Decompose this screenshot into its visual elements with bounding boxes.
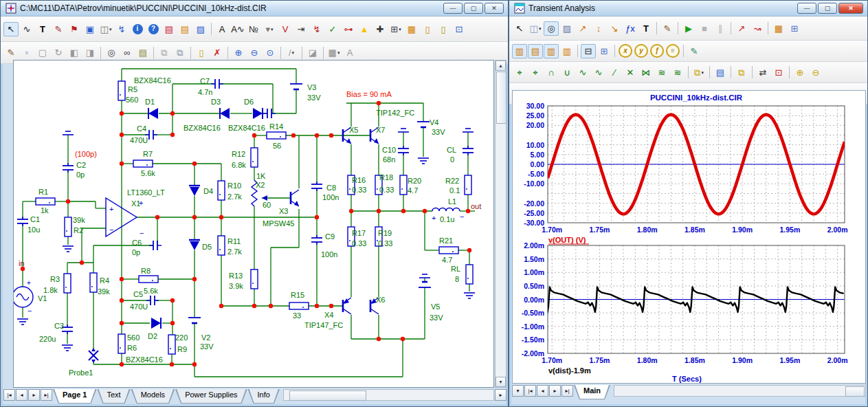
dropdown-arrow-icon[interactable]: ▾ — [337, 50, 340, 55]
text-tool-button[interactable]: T — [35, 22, 50, 36]
tab-power-supplies[interactable]: Power Supplies — [175, 389, 247, 404]
flip-x-button[interactable]: ◧ — [67, 45, 82, 60]
legend-label[interactable]: v(OUT) (V) — [548, 236, 586, 244]
cursor-mode-button[interactable]: ⊞ — [597, 44, 612, 58]
multi-wave-2-button[interactable]: ≋ — [670, 65, 685, 80]
part-rv[interactable] — [65, 217, 71, 236]
valley-marker-button[interactable]: ⌖ — [528, 65, 543, 80]
zoom-in-button[interactable]: ⊕ — [231, 45, 246, 60]
part-ind[interactable] — [432, 208, 460, 212]
intersection-button[interactable]: ⋈ — [638, 65, 654, 80]
horizontal-scrollbar[interactable] — [283, 389, 494, 401]
part-gnd[interactable] — [464, 293, 475, 298]
dropdown-arrow-icon[interactable]: ▾ — [271, 27, 274, 32]
border-toggle-button[interactable]: ▦ — [404, 22, 419, 36]
tab-nav-button[interactable]: ▸| — [41, 389, 52, 401]
text-rows-button[interactable]: ▤ — [177, 22, 192, 36]
power-on-button[interactable]: ↯ — [114, 22, 129, 36]
maximize-button[interactable]: ▢ — [464, 3, 483, 14]
font-tool-button[interactable]: A — [342, 45, 357, 60]
part-src[interactable]: +− — [14, 279, 33, 315]
fx-settings-button[interactable]: ƒ — [649, 44, 665, 58]
node-numbers-button[interactable]: № — [246, 22, 261, 36]
right-titlebar[interactable]: Transient Analysis — ▢ ✕ — [509, 1, 867, 16]
tab-nav-button[interactable]: ▾ — [512, 385, 524, 397]
attribute-text-wave-button[interactable]: A∿ — [230, 22, 245, 36]
minimize-button[interactable]: — — [443, 3, 463, 14]
left-titlebar[interactable]: C:\MC11\DATA\Petrov\minuetik\PUCCINI\PUC… — [1, 1, 508, 16]
part-bat[interactable] — [419, 282, 431, 287]
left-vertical-scrollbar[interactable]: ▲ ▼ — [495, 60, 507, 388]
select-rectangle-button[interactable]: ▫ — [19, 45, 34, 60]
part-rv[interactable] — [218, 181, 225, 200]
part-rv[interactable] — [64, 274, 71, 293]
node-voltages-button[interactable]: ▾▾ — [262, 22, 277, 36]
warning-display-button[interactable]: ▲ — [357, 22, 372, 36]
paste-waveform-button[interactable]: ⧉▾ — [691, 65, 706, 80]
tab-nav-button[interactable]: ◂ — [537, 385, 548, 397]
part-cv[interactable] — [398, 146, 409, 155]
stop-button[interactable]: ■ — [697, 21, 712, 36]
part-rv[interactable] — [251, 270, 258, 289]
shape-picker-button[interactable]: ◫▾ — [528, 21, 543, 36]
attribute-text-button[interactable]: A — [214, 22, 230, 36]
dropdown-arrow-icon[interactable]: ▾ — [539, 26, 542, 31]
part-gnd[interactable] — [17, 319, 28, 324]
info-mode-button[interactable]: i — [130, 22, 145, 36]
dropdown-arrow-icon[interactable]: ▾ — [292, 50, 295, 55]
plot-group-1-button[interactable]: ▥ — [512, 44, 527, 58]
text-tool-button[interactable]: T — [638, 21, 654, 36]
horizontal-scroll-thumb[interactable] — [289, 390, 366, 401]
minimize-button[interactable]: — — [797, 3, 816, 14]
scale-corner-button[interactable]: ↘ — [607, 21, 622, 36]
maximize-button[interactable]: ▢ — [818, 3, 837, 14]
part-rv[interactable] — [400, 175, 407, 195]
graphics-mode-button[interactable]: ✎ — [51, 22, 66, 36]
wave-high-button[interactable]: ∿ — [575, 65, 590, 80]
part-probe[interactable] — [89, 351, 98, 360]
fx-scale-button[interactable]: ƒx — [623, 21, 638, 36]
edit-analysis-button[interactable]: ✎ — [687, 44, 702, 58]
find-part-button[interactable]: ◎ — [104, 45, 119, 60]
part-rv[interactable] — [118, 334, 125, 353]
peak-button[interactable]: ∩ — [544, 65, 559, 80]
data-points-button[interactable]: ↗ — [734, 21, 749, 36]
tab-models[interactable]: Models — [131, 389, 175, 404]
find-button[interactable]: ∞ — [120, 45, 135, 60]
title-block-button[interactable]: ▯ — [420, 22, 435, 36]
numeric-output-button[interactable]: ⧉ — [734, 65, 749, 80]
menu-settings-button[interactable]: ≡ — [665, 44, 680, 58]
part-cv[interactable] — [463, 146, 474, 155]
tab-nav-button[interactable]: ▸ — [28, 389, 40, 401]
select-tool-button[interactable]: ↖ — [3, 22, 19, 36]
y-axis-settings-button[interactable]: y — [634, 44, 649, 58]
attribute-properties-button[interactable]: ✎ — [3, 45, 19, 60]
cursor-tool-button[interactable]: ↖ — [512, 21, 527, 36]
cross-section-button[interactable]: ✚ — [372, 22, 388, 36]
delete-page-button[interactable]: ✗ — [210, 45, 225, 60]
part-rv[interactable] — [466, 265, 473, 284]
paste-from-stack-button[interactable]: ⧉ — [173, 45, 188, 60]
rotate-button[interactable]: ↻ — [51, 45, 66, 60]
one-curve-button[interactable]: ⊟ — [581, 44, 596, 58]
part-cv[interactable] — [311, 235, 322, 245]
properties-button[interactable]: ✎ — [660, 21, 675, 36]
current-arrows-button[interactable]: ⇥ — [293, 22, 309, 36]
part-bat[interactable] — [188, 318, 201, 323]
part-rv[interactable] — [251, 148, 258, 167]
part-rv[interactable] — [118, 81, 125, 100]
part-rh[interactable] — [289, 302, 309, 309]
cross-curves-button[interactable]: ✕ — [623, 65, 638, 80]
part-ch[interactable] — [263, 109, 276, 118]
part-rh[interactable] — [36, 198, 55, 205]
part-rh[interactable] — [439, 247, 458, 254]
copy-to-stack-button[interactable]: ⧉ — [157, 45, 172, 60]
netlist-error-button[interactable]: ▤ — [162, 22, 177, 36]
part-rv[interactable] — [90, 273, 97, 292]
x-axis-settings-button[interactable]: x — [618, 44, 633, 58]
legend-label[interactable]: v(dist)-1.9m — [548, 366, 591, 375]
scale-vertical-button[interactable]: ↕ — [591, 21, 606, 36]
close-button[interactable]: ✕ — [838, 3, 863, 14]
flip-y-button[interactable]: ◨ — [82, 45, 98, 60]
horizontal-scrollbar[interactable] — [614, 385, 866, 397]
